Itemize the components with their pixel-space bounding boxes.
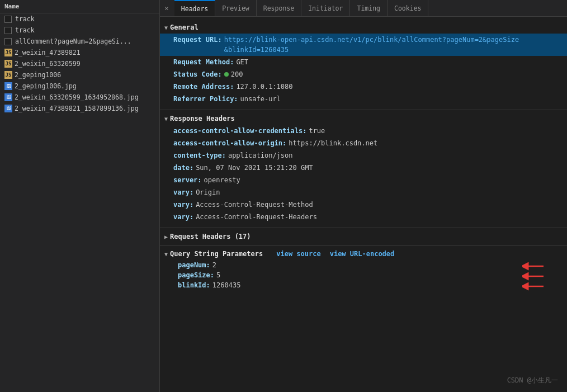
- tab-preview[interactable]: Preview: [215, 0, 256, 16]
- query-param-row: pageNum:2: [160, 260, 567, 270]
- response-headers-section-header[interactable]: ▼ Response Headers: [160, 112, 567, 125]
- query-param-key: pageSize:: [178, 271, 214, 279]
- query-param-key: pageNum:: [178, 261, 210, 269]
- tabs-bar: × HeadersPreviewResponseInitiatorTimingC…: [160, 0, 567, 17]
- remote-address-value: 127.0.0.1:1080: [236, 82, 292, 92]
- query-string-label: Query String Parameters: [170, 250, 263, 258]
- response-header-row: date:Sun, 07 Nov 2021 15:21:20 GMT: [160, 162, 567, 174]
- file-name: 2_weixin_47389821: [15, 49, 81, 56]
- file-name: 2_geping1006: [15, 71, 61, 79]
- tab-initiator[interactable]: Initiator: [301, 0, 350, 16]
- file-name: allComment?pageNum=2&pageSi...: [15, 37, 131, 45]
- file-checkbox[interactable]: [4, 27, 12, 34]
- response-header-key: server:: [173, 175, 202, 185]
- list-item[interactable]: allComment?pageNum=2&pageSi...: [0, 36, 159, 47]
- query-param-value: 2: [212, 261, 216, 269]
- query-string-section: ▼ Query String Parameters view source vi…: [160, 245, 567, 290]
- general-section-header[interactable]: ▼ General: [160, 21, 567, 34]
- status-code-value: 200: [224, 69, 243, 79]
- response-headers-label: Response Headers: [170, 115, 235, 122]
- query-string-section-header[interactable]: ▼ Query String Parameters view source vi…: [160, 248, 567, 260]
- view-url-encoded-link[interactable]: view URL-encoded: [330, 250, 395, 258]
- image-file-icon: 🖼: [4, 105, 12, 112]
- tab-headers[interactable]: Headers: [174, 0, 215, 16]
- status-code-key: Status Code:: [173, 69, 222, 79]
- response-header-key: content-type:: [173, 150, 226, 160]
- file-name: 2_weixin_47389821_1587899136.jpg: [15, 105, 139, 112]
- list-item[interactable]: track: [0, 13, 159, 25]
- response-header-key: date:: [173, 163, 193, 173]
- file-name: track: [15, 15, 35, 23]
- tab-timing[interactable]: Timing: [350, 0, 388, 16]
- list-item[interactable]: 🖼2_weixin_63320599_1634952868.jpg: [0, 92, 159, 103]
- view-source-link[interactable]: view source: [276, 250, 320, 258]
- general-arrow-icon: ▼: [164, 25, 168, 31]
- list-item[interactable]: JS2_weixin_47389821: [0, 47, 159, 58]
- response-header-key: access-control-allow-origin:: [173, 138, 286, 148]
- query-param-row: blinkId:1260435: [160, 280, 567, 290]
- status-dot-icon: [224, 72, 229, 77]
- response-header-value: Access-Control-Request-Method: [196, 200, 313, 210]
- tab-response[interactable]: Response: [257, 0, 301, 16]
- response-header-key: vary:: [173, 187, 193, 197]
- referrer-policy-row: Referrer Policy: unsafe-url: [160, 93, 567, 105]
- response-header-row: access-control-allow-credentials:true: [160, 125, 567, 137]
- file-checkbox[interactable]: [4, 16, 12, 23]
- response-header-row: content-type:application/json: [160, 149, 567, 162]
- remote-address-key: Remote Address:: [173, 82, 234, 92]
- list-item[interactable]: 🖼2_geping1006.jpg: [0, 81, 159, 92]
- file-checkbox[interactable]: [4, 38, 12, 45]
- list-item[interactable]: JS2_geping1006: [0, 69, 159, 81]
- request-headers-arrow-icon: ▶: [164, 234, 168, 240]
- request-url-value: https://blink-open-api.csdn.net/v1/pc/bl…: [224, 35, 519, 55]
- query-param-value: 5: [216, 271, 220, 279]
- referrer-policy-value: unsafe-url: [240, 94, 281, 104]
- image-file-icon: 🖼: [4, 93, 12, 101]
- request-url-key: Request URL:: [173, 35, 222, 55]
- list-item[interactable]: track: [0, 25, 159, 36]
- request-method-value: GET: [236, 57, 248, 67]
- response-header-value: openresty: [204, 175, 240, 185]
- request-url-row: Request URL: https://blink-open-api.csdn…: [160, 34, 567, 56]
- query-string-arrow-icon: ▼: [164, 251, 168, 257]
- tab-close-button[interactable]: ×: [162, 4, 171, 12]
- file-name: track: [15, 26, 35, 34]
- request-method-row: Request Method: GET: [160, 56, 567, 68]
- response-header-key: access-control-allow-credentials:: [173, 126, 306, 136]
- tab-cookies[interactable]: Cookies: [388, 0, 428, 16]
- query-param-value: 1260435: [212, 281, 241, 289]
- file-name: 2_weixin_63320599: [15, 60, 81, 68]
- request-headers-section-header[interactable]: ▶ Request Headers (17): [160, 230, 567, 243]
- image-file-icon: 🖼: [4, 82, 12, 90]
- response-header-value: https://blink.csdn.net: [289, 138, 377, 148]
- list-item[interactable]: JS2_weixin_63320599: [0, 58, 159, 69]
- left-panel: Name tracktrackallComment?pageNum=2&page…: [0, 0, 160, 392]
- js-file-icon: JS: [4, 60, 12, 68]
- request-headers-section: ▶ Request Headers (17): [160, 228, 567, 243]
- red-arrow-annotation: [522, 278, 545, 292]
- response-headers-section: ▼ Response Headers access-control-allow-…: [160, 110, 567, 223]
- file-name: 2_geping1006.jpg: [15, 82, 77, 90]
- status-code-row: Status Code: 200: [160, 68, 567, 81]
- response-header-key: vary:: [173, 200, 193, 210]
- js-file-icon: JS: [4, 71, 12, 79]
- query-param-key: blinkId:: [178, 281, 210, 289]
- file-list-header: Name: [0, 0, 159, 13]
- remote-address-row: Remote Address: 127.0.0.1:1080: [160, 81, 567, 93]
- response-header-value: Origin: [196, 187, 220, 197]
- query-param-row: pageSize:5: [160, 270, 567, 280]
- general-section-label: General: [170, 23, 199, 31]
- response-header-value: application/json: [228, 150, 293, 160]
- response-header-value: true: [309, 126, 325, 136]
- response-header-row: server:openresty: [160, 174, 567, 186]
- js-file-icon: JS: [4, 49, 12, 56]
- response-header-value: Sun, 07 Nov 2021 15:21:20 GMT: [196, 163, 313, 173]
- right-panel: × HeadersPreviewResponseInitiatorTimingC…: [160, 0, 567, 392]
- request-method-key: Request Method:: [173, 57, 234, 67]
- file-name: 2_weixin_63320599_1634952868.jpg: [15, 93, 139, 101]
- request-headers-label: Request Headers (17): [170, 233, 251, 240]
- list-item[interactable]: 🖼2_weixin_47389821_1587899136.jpg: [0, 103, 159, 114]
- file-list: tracktrackallComment?pageNum=2&pageSi...…: [0, 13, 159, 392]
- general-section: ▼ General Request URL: https://blink-ope…: [160, 21, 567, 105]
- response-header-row: vary:Access-Control-Request-Headers: [160, 211, 567, 223]
